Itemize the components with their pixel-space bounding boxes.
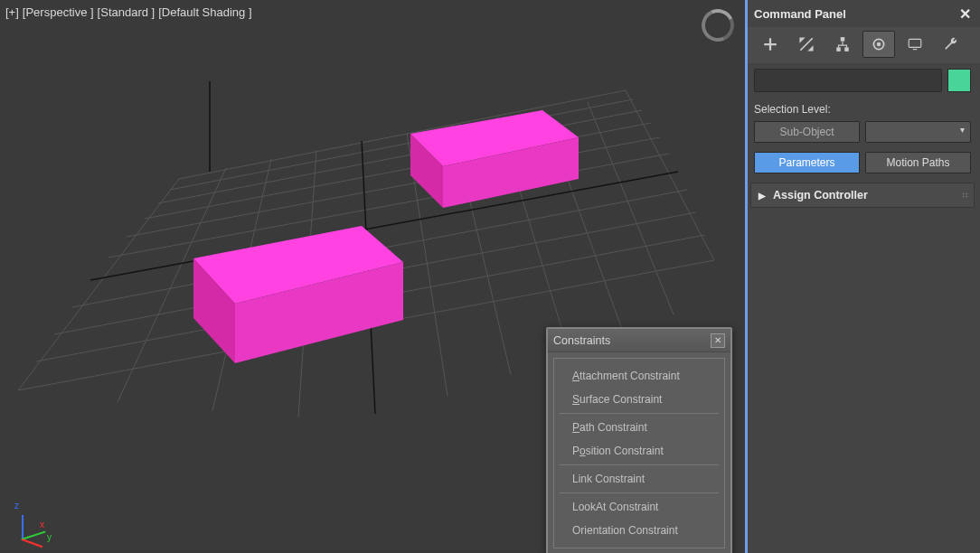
constraints-popup[interactable]: Constraints ✕ Attachment ConstraintSurfa…	[546, 327, 732, 553]
hierarchy-icon	[834, 36, 851, 52]
menu-item-attachment-constraint[interactable]: Attachment Constraint	[554, 364, 724, 388]
close-icon[interactable]: ✕	[959, 5, 971, 23]
svg-line-20	[588, 102, 674, 314]
viewport-menu-toggle[interactable]: [+]	[5, 5, 19, 19]
command-panel: Command Panel ✕ Selection Level: Sub-Obj…	[745, 0, 980, 553]
command-panel-titlebar[interactable]: Command Panel ✕	[745, 0, 980, 27]
menu-item-orientation-constraint[interactable]: Orientation Constraint	[554, 519, 724, 542]
rollout-assign-controller[interactable]: ▶ Assign Controller ∷	[750, 183, 975, 208]
panel-accent-bar	[745, 0, 748, 553]
command-panel-title: Command Panel	[754, 7, 846, 21]
plus-icon	[762, 36, 778, 52]
menu-separator	[560, 464, 719, 465]
object-name-input[interactable]	[754, 69, 942, 92]
constraints-title: Constraints	[553, 334, 610, 347]
menu-item-lookat-constraint[interactable]: LookAt Constraint	[554, 495, 724, 519]
tab-create[interactable]	[754, 31, 787, 58]
viewport-shading-standard[interactable]: [Standard ]	[98, 5, 155, 19]
tab-display[interactable]	[899, 31, 931, 58]
wrench-icon	[943, 36, 959, 52]
grip-icon: ∷	[963, 192, 966, 200]
svg-rect-32	[836, 47, 841, 52]
box-object-1[interactable]	[181, 217, 416, 370]
selection-level-label: Selection Level:	[745, 101, 980, 121]
sub-object-button[interactable]: Sub-Object	[754, 121, 860, 143]
svg-point-35	[877, 42, 881, 47]
svg-rect-33	[844, 47, 849, 52]
viewport-label[interactable]: [+] [Perspective ] [Standard ] [Default …	[5, 5, 252, 19]
constraints-titlebar[interactable]: Constraints ✕	[548, 329, 730, 352]
sub-object-dropdown[interactable]	[865, 121, 971, 143]
tab-hierarchy[interactable]	[826, 31, 859, 58]
motion-icon	[871, 36, 887, 52]
tab-modify[interactable]	[790, 31, 823, 58]
svg-rect-36	[909, 39, 921, 47]
axis-gizmo: z y x	[13, 504, 49, 540]
object-color-swatch[interactable]	[947, 69, 971, 92]
rollout-title: Assign Controller	[773, 189, 868, 202]
constraints-menu: Attachment ConstraintSurface ConstraintP…	[553, 358, 725, 548]
command-panel-tabs	[745, 27, 980, 63]
svg-rect-31	[841, 37, 845, 42]
close-icon[interactable]: ✕	[711, 333, 725, 348]
tab-motion[interactable]	[862, 31, 895, 58]
display-icon	[907, 36, 923, 52]
viewport-type-label[interactable]: [Perspective ]	[23, 5, 94, 19]
menu-item-surface-constraint[interactable]: Surface Constraint	[554, 388, 724, 411]
rollout-header[interactable]: ▶ Assign Controller ∷	[751, 183, 974, 207]
parameters-button[interactable]: Parameters	[754, 152, 860, 173]
chevron-right-icon: ▶	[759, 191, 766, 201]
modify-icon	[798, 36, 815, 52]
menu-item-path-constraint[interactable]: Path Constraint	[554, 416, 724, 439]
box-object-2[interactable]	[398, 101, 588, 219]
tab-utilities[interactable]	[935, 31, 967, 58]
menu-item-position-constraint[interactable]: Position Constraint	[554, 439, 724, 463]
menu-item-link-constraint[interactable]: Link Constraint	[554, 467, 724, 491]
menu-separator	[560, 492, 719, 493]
viewport-shading-mode[interactable]: [Default Shading ]	[158, 5, 251, 19]
menu-separator	[560, 413, 719, 414]
motion-paths-button[interactable]: Motion Paths	[865, 152, 971, 173]
svg-line-11	[18, 179, 179, 390]
svg-line-21	[626, 90, 714, 260]
